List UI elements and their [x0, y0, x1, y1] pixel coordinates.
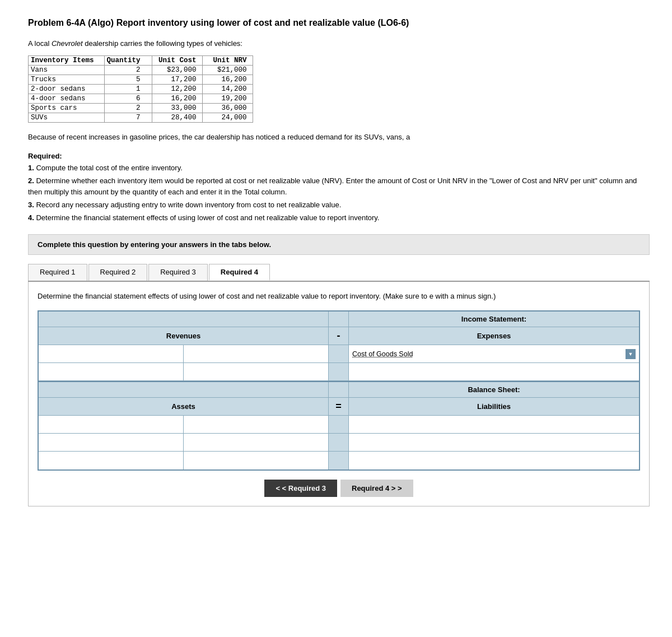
financial-statement-container: Income Statement: Revenues - Expenses Co…	[38, 310, 640, 471]
required-item-3: 3. Record any necessary adjusting entry …	[28, 199, 650, 211]
required-item-1: 1. Compute the total cost of the entire …	[28, 162, 650, 174]
nav-buttons: < Required 3 Required 4 >	[38, 480, 640, 497]
intro-text: A local Chevrolet dealership carries the…	[28, 39, 650, 48]
cogs-dropdown-btn[interactable]: ▼	[626, 349, 636, 359]
balance-input-row-3	[39, 452, 639, 469]
balance-labels-row: Assets = Liabilities	[39, 398, 639, 416]
required-item-4: 4. Determine the financial statement eff…	[28, 212, 650, 224]
table-row: Trucks 5 17,200 16,200	[29, 75, 253, 85]
content-area: Determine the financial statement effect…	[28, 282, 650, 507]
revenues-input-4[interactable]	[184, 363, 329, 381]
assets-input-1[interactable]	[39, 416, 184, 434]
expenses-label: Expenses	[349, 327, 639, 345]
revenues-input-2[interactable]	[184, 345, 329, 363]
income-input-row-1: Cost of Goods Sold ▼	[39, 345, 639, 363]
content-desc: Determine the financial statement effect…	[38, 291, 640, 302]
table-row: 2-door sedans 1 12,200 14,200	[29, 85, 253, 94]
revenues-label: Revenues	[39, 327, 329, 345]
assets-input-3[interactable]	[39, 434, 184, 452]
required-list: 1. Compute the total cost of the entire …	[28, 162, 650, 224]
balance-sheet-header: Balance Sheet:	[349, 382, 639, 398]
table-row: Vans 2 $23,000 $21,000	[29, 66, 253, 75]
chevron-down-icon: ▼	[628, 351, 633, 357]
back-button[interactable]: < Required 3	[264, 480, 337, 497]
assets-label: Assets	[39, 398, 329, 416]
cogs-row: Cost of Goods Sold ▼	[349, 345, 639, 363]
col-header-qty: Quantity	[104, 56, 152, 66]
col-header-item: Inventory Items	[29, 56, 105, 66]
balance-input-row-1	[39, 416, 639, 434]
page-container: Problem 6-4A (Algo) Report inventory usi…	[0, 0, 672, 637]
cogs-label: Cost of Goods Sold	[352, 350, 626, 358]
revenues-input-1[interactable]	[39, 345, 184, 363]
table-row: 4-door sedans 6 16,200 19,200	[29, 94, 253, 104]
assets-input-5[interactable]	[39, 452, 184, 469]
minus-sign: -	[329, 327, 349, 345]
equal-sign: =	[329, 398, 349, 416]
liabilities-label: Liabilities	[349, 398, 639, 416]
assets-input-4[interactable]	[184, 434, 329, 452]
liabilities-input-2[interactable]	[349, 434, 639, 452]
problem-title: Problem 6-4A (Algo) Report inventory usi…	[28, 17, 650, 29]
required-heading: Required:	[28, 152, 650, 160]
liabilities-input-3[interactable]	[349, 452, 639, 469]
tab-required1[interactable]: Required 1	[28, 264, 87, 281]
balance-input-row-2	[39, 434, 639, 452]
income-labels-row: Revenues - Expenses	[39, 327, 639, 345]
required-section: Required: 1. Compute the total cost of t…	[28, 152, 650, 224]
table-row: Sports cars 2 33,000 36,000	[29, 104, 253, 113]
col-header-nrv: Unit NRV	[202, 56, 253, 66]
complete-box: Complete this question by entering your …	[28, 234, 650, 255]
assets-input-2[interactable]	[184, 416, 329, 434]
tab-required4[interactable]: Required 4	[209, 264, 270, 281]
tab-required3[interactable]: Required 3	[148, 264, 208, 281]
tabs-row: Required 1 Required 2 Required 3 Require…	[28, 264, 650, 282]
income-input-row-2	[39, 363, 639, 381]
income-statement-header: Income Statement:	[349, 311, 639, 327]
tab-required2[interactable]: Required 2	[88, 264, 148, 281]
inventory-table: Inventory Items Quantity Unit Cost Unit …	[28, 55, 253, 123]
context-text: Because of recent increases in gasoline …	[28, 132, 650, 143]
forward-button[interactable]: Required 4 >	[340, 480, 413, 497]
expenses-input-1[interactable]	[349, 363, 639, 381]
col-header-cost: Unit Cost	[152, 56, 202, 66]
revenues-input-3[interactable]	[39, 363, 184, 381]
table-row: SUVs 7 28,400 24,000	[29, 113, 253, 123]
assets-input-6[interactable]	[184, 452, 329, 469]
required-item-2: 2. Determine whether each inventory item…	[28, 175, 650, 199]
liabilities-input-1[interactable]	[349, 416, 639, 434]
